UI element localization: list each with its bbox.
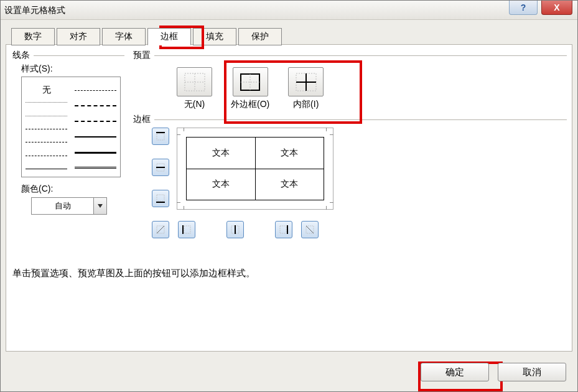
color-combo-value: 自动: [32, 200, 93, 212]
line-style-dash-3[interactable]: [26, 151, 67, 156]
border-vmiddle-button[interactable]: [226, 221, 244, 238]
svg-marker-0: [98, 204, 103, 208]
tab-strip: 数字 对齐 字体 边框 填充 保护: [11, 28, 284, 45]
svg-rect-14: [157, 195, 164, 201]
line-style-dash[interactable]: [26, 124, 67, 129]
line-style-none[interactable]: 无: [26, 85, 67, 90]
cancel-button[interactable]: 取消: [498, 363, 566, 381]
line-style-list[interactable]: 无: [21, 77, 121, 177]
style-label: 样式(S):: [21, 63, 124, 75]
preset-none-button[interactable]: [177, 67, 212, 96]
color-combo[interactable]: 自动: [31, 197, 107, 215]
help-icon: ?: [521, 0, 526, 17]
border-diag-up-button[interactable]: [152, 221, 169, 238]
border-left-button[interactable]: [178, 221, 195, 238]
close-icon: X: [554, 0, 559, 17]
line-style-thin[interactable]: [26, 164, 67, 169]
svg-rect-22: [280, 226, 286, 233]
preset-group-label: 预置: [133, 50, 151, 61]
preset-none-label: 无(N): [184, 99, 205, 109]
titlebar: 设置单元格格式 ? X: [1, 1, 577, 20]
hint-text: 单击预置选项、预览草图及上面的按钮可以添加边框样式。: [12, 268, 255, 279]
line-group: 线条 样式(S): 无: [12, 50, 124, 215]
close-button[interactable]: X: [541, 1, 572, 15]
line-style-thick[interactable]: [75, 147, 116, 154]
svg-line-17: [157, 226, 164, 233]
border-group-label: 边框: [133, 114, 151, 125]
tab-number[interactable]: 数字: [11, 28, 55, 45]
ok-button[interactable]: 确定: [421, 363, 489, 381]
tab-protection[interactable]: 保护: [238, 28, 282, 45]
line-group-label: 线条: [12, 50, 30, 61]
preset-none: 无(N): [177, 67, 212, 110]
highlight-preset-buttons: [224, 60, 362, 124]
line-style-dash-2[interactable]: [26, 137, 67, 142]
preset-none-icon: [184, 73, 205, 91]
line-style-dotted[interactable]: [26, 97, 67, 103]
tab-font[interactable]: 字体: [102, 28, 146, 45]
line-style-double[interactable]: [75, 163, 116, 169]
line-style-dash-6[interactable]: [75, 116, 116, 122]
line-style-medium[interactable]: [75, 131, 116, 138]
chevron-down-icon: [93, 198, 106, 214]
line-style-dash-5[interactable]: [75, 100, 116, 106]
tab-alignment[interactable]: 对齐: [57, 28, 100, 45]
border-right-button[interactable]: [275, 221, 292, 238]
border-preview[interactable]: 文本 文本 文本 文本: [177, 128, 333, 210]
preview-cell-text: 文本: [212, 147, 230, 159]
line-style-dotted-2[interactable]: [26, 111, 67, 116]
border-top-button[interactable]: [152, 128, 169, 145]
format-cells-dialog: 设置单元格格式 ? X 数字 对齐 字体 边框 填充 保护 线条: [0, 0, 578, 392]
preview-cell-text: 文本: [212, 179, 230, 190]
preview-cell-text: 文本: [281, 179, 298, 190]
color-label: 颜色(C):: [21, 184, 124, 195]
svg-rect-18: [184, 226, 190, 233]
svg-rect-11: [157, 134, 164, 140]
svg-line-25: [306, 226, 314, 233]
tab-border[interactable]: 边框: [147, 28, 191, 45]
border-diag-down-button[interactable]: [301, 221, 319, 238]
border-bottom-button[interactable]: [152, 190, 169, 207]
help-button[interactable]: ?: [509, 1, 538, 15]
preview-cell-text: 文本: [281, 147, 298, 159]
line-style-dash-4[interactable]: [75, 85, 116, 91]
window-title: 设置单元格格式: [4, 5, 65, 15]
border-hmiddle-button[interactable]: [152, 159, 169, 176]
